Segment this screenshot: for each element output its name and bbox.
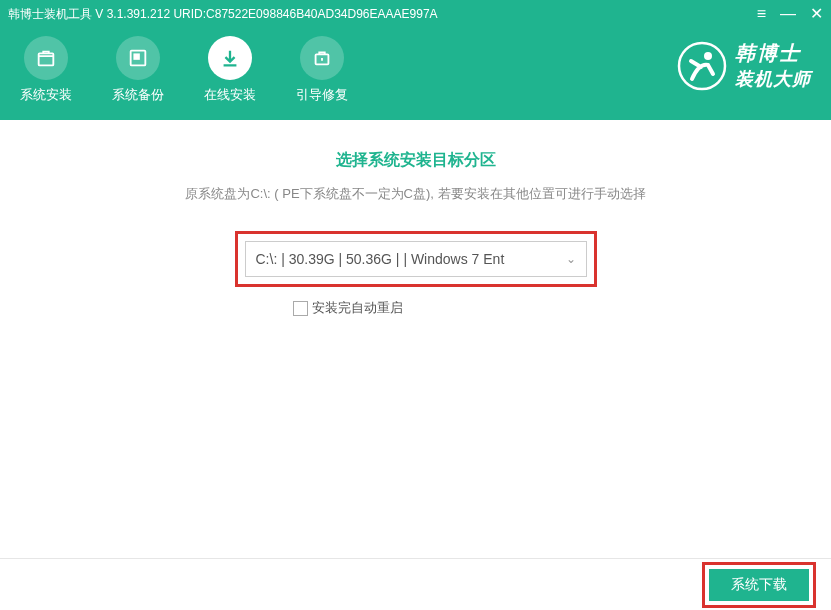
nav-system-backup[interactable]: 系统备份 [112, 36, 164, 104]
brand-line1: 韩博士 [735, 40, 811, 67]
nav-label: 引导修复 [296, 86, 348, 104]
nav-online-install[interactable]: 在线安装 [204, 36, 256, 104]
nav-label: 在线安装 [204, 86, 256, 104]
minimize-icon[interactable]: — [780, 6, 796, 22]
svg-rect-2 [134, 54, 139, 59]
checkbox-label: 安装完自动重启 [312, 299, 403, 317]
svg-rect-0 [39, 53, 54, 65]
nav-boot-repair[interactable]: 引导修复 [296, 36, 348, 104]
nav-label: 系统备份 [112, 86, 164, 104]
auto-reboot-checkbox[interactable]: 安装完自动重启 [293, 299, 403, 317]
box-icon [24, 36, 68, 80]
brand-line2: 装机大师 [735, 67, 811, 91]
nav-label: 系统安装 [20, 86, 72, 104]
download-icon [208, 36, 252, 80]
svg-point-5 [704, 52, 712, 60]
repair-icon [300, 36, 344, 80]
backup-icon [116, 36, 160, 80]
partition-value: C:\: | 30.39G | 50.36G | | Windows 7 Ent [256, 251, 505, 267]
app-title: 韩博士装机工具 V 3.1.391.212 URID:C87522E098846… [8, 6, 757, 23]
brand-logo-icon [677, 41, 727, 91]
section-title: 选择系统安装目标分区 [0, 150, 831, 171]
download-button[interactable]: 系统下载 [709, 569, 809, 601]
close-icon[interactable]: ✕ [810, 6, 823, 22]
partition-select-highlight: C:\: | 30.39G | 50.36G | | Windows 7 Ent… [235, 231, 597, 287]
checkbox-box [293, 301, 308, 316]
menu-icon[interactable]: ≡ [757, 6, 766, 22]
brand-logo-area: 韩博士 装机大师 [677, 40, 811, 91]
chevron-down-icon: ⌄ [566, 252, 576, 266]
partition-select[interactable]: C:\: | 30.39G | 50.36G | | Windows 7 Ent… [245, 241, 587, 277]
nav-system-install[interactable]: 系统安装 [20, 36, 72, 104]
download-button-highlight: 系统下载 [702, 562, 816, 608]
section-subtitle: 原系统盘为C:\: ( PE下系统盘不一定为C盘), 若要安装在其他位置可进行手… [0, 185, 831, 203]
